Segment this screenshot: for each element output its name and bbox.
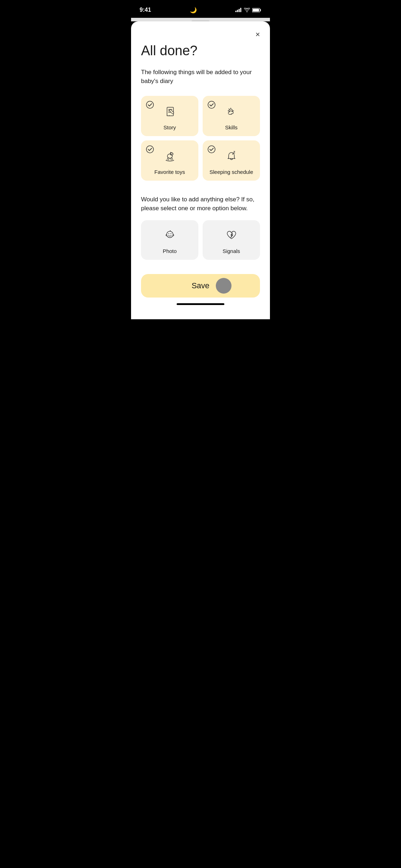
page-title: All done? — [141, 43, 260, 59]
battery-icon — [252, 8, 261, 12]
additional-section-label: Would you like to add anything else? If … — [141, 195, 260, 213]
signal-icon — [235, 8, 242, 12]
favorite-toys-card[interactable]: Favorite toys — [141, 140, 198, 181]
save-button-label: Save — [192, 281, 209, 290]
svg-point-12 — [208, 101, 215, 108]
skills-label: Skills — [208, 124, 254, 130]
skills-card[interactable]: Skills — [203, 96, 260, 136]
svg-text:Z: Z — [233, 150, 235, 154]
svg-rect-1 — [237, 10, 238, 12]
svg-point-32 — [168, 233, 169, 234]
svg-rect-0 — [235, 11, 236, 12]
favorite-toys-check-icon — [146, 145, 154, 155]
photo-label: Photo — [163, 248, 177, 254]
sleeping-schedule-check-icon — [208, 145, 215, 155]
subtitle-text: The following things will be added to yo… — [141, 68, 260, 86]
svg-line-18 — [229, 109, 229, 109]
save-button[interactable]: Save — [141, 274, 260, 298]
status-time: 9:41 — [140, 7, 151, 13]
story-check-icon — [146, 101, 154, 110]
sleeping-schedule-card[interactable]: z Z Sleeping schedule — [203, 140, 260, 181]
svg-point-33 — [170, 233, 171, 234]
signals-option-card[interactable]: Signals — [203, 220, 260, 260]
signals-label: Signals — [223, 248, 240, 254]
svg-point-23 — [172, 153, 172, 154]
story-label: Story — [147, 124, 193, 130]
photo-option-card[interactable]: Photo — [141, 220, 198, 260]
additional-options-grid: Photo Signals — [141, 220, 260, 260]
svg-line-26 — [171, 158, 171, 160]
svg-line-25 — [168, 158, 169, 160]
svg-point-6 — [146, 101, 153, 108]
modal-sheet: × All done? The following things will be… — [131, 21, 270, 319]
svg-rect-3 — [240, 8, 241, 12]
story-card[interactable]: Story — [141, 96, 198, 136]
status-bar: 9:41 🌙 — [131, 0, 270, 18]
wifi-icon — [244, 8, 250, 12]
sleeping-schedule-label: Sleeping schedule — [208, 169, 254, 175]
close-button[interactable]: × — [254, 29, 261, 41]
svg-line-27 — [172, 157, 173, 160]
svg-line-24 — [167, 157, 168, 160]
status-icons — [235, 8, 261, 12]
photo-icon — [162, 227, 178, 244]
svg-rect-5 — [253, 9, 259, 11]
home-indicator — [177, 303, 224, 305]
phone-frame: 9:41 🌙 — [131, 0, 270, 319]
svg-point-31 — [167, 231, 173, 238]
signals-icon — [224, 227, 239, 244]
favorite-toys-label: Favorite toys — [147, 169, 193, 175]
save-button-thumb — [216, 278, 231, 294]
svg-point-20 — [146, 146, 153, 153]
skills-check-icon — [208, 101, 215, 110]
svg-point-28 — [208, 146, 215, 153]
selected-items-grid: Story — [141, 96, 260, 181]
moon-icon: 🌙 — [190, 7, 197, 14]
svg-rect-2 — [239, 9, 240, 12]
